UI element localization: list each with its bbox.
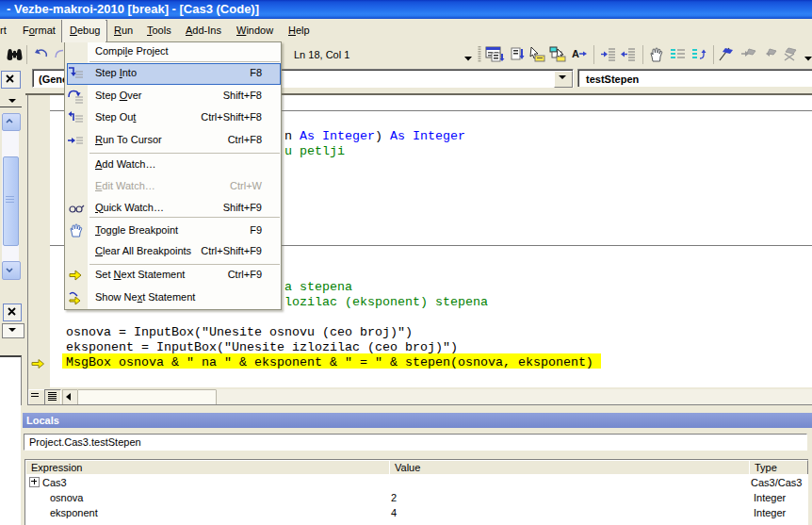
svg-text:A: A [572,48,579,59]
